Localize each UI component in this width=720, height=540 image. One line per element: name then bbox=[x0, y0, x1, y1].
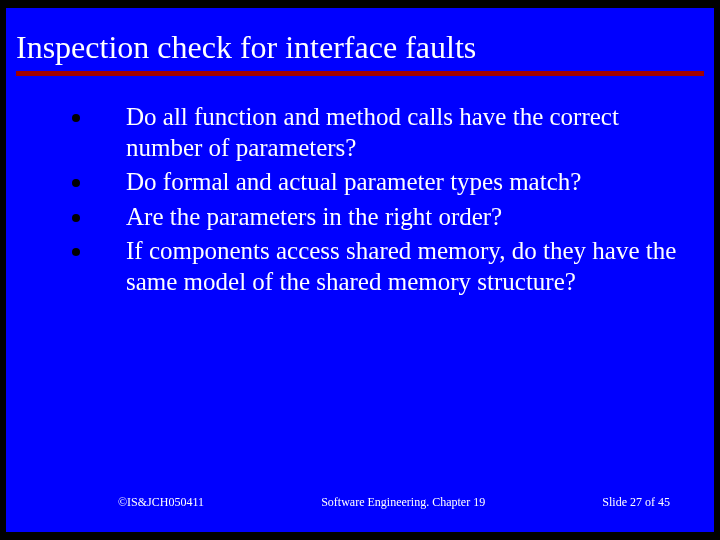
bullet-text: Are the parameters in the right order? bbox=[126, 203, 502, 230]
footer: ©IS&JCH050411 Software Engineering. Chap… bbox=[6, 495, 714, 532]
bullet-text: Do formal and actual parameter types mat… bbox=[126, 168, 581, 195]
bullet-text: If components access shared memory, do t… bbox=[126, 237, 676, 295]
footer-right: Slide 27 of 45 bbox=[602, 495, 670, 510]
slide-title: Inspection check for interface faults bbox=[16, 30, 704, 65]
footer-center: Software Engineering. Chapter 19 bbox=[204, 495, 602, 510]
bullet-item: Do formal and actual parameter types mat… bbox=[66, 167, 678, 198]
title-area: Inspection check for interface faults bbox=[6, 8, 714, 76]
bullet-list: Do all function and method calls have th… bbox=[66, 102, 678, 297]
bullet-text: Do all function and method calls have th… bbox=[126, 103, 619, 161]
body-area: Do all function and method calls have th… bbox=[6, 76, 714, 495]
bullet-item: If components access shared memory, do t… bbox=[66, 236, 678, 297]
footer-left: ©IS&JCH050411 bbox=[118, 495, 204, 510]
bullet-item: Do all function and method calls have th… bbox=[66, 102, 678, 163]
bullet-item: Are the parameters in the right order? bbox=[66, 202, 678, 233]
slide: Inspection check for interface faults Do… bbox=[6, 8, 714, 532]
